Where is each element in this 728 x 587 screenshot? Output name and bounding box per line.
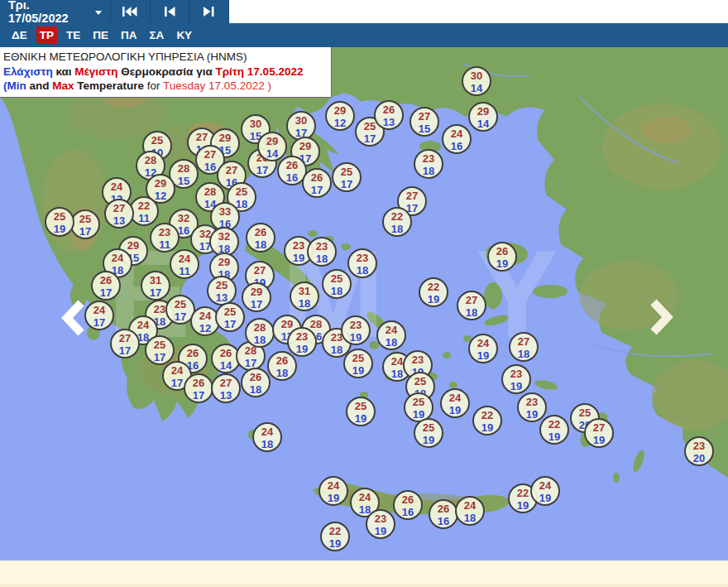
day-tab-ΤΕ[interactable]: ΤΕ	[63, 26, 84, 44]
temp-badge: 2517	[70, 209, 100, 239]
topbar-spacer	[229, 0, 728, 23]
temp-badge: 2419	[318, 476, 348, 506]
temp-badge: 2618	[246, 223, 275, 253]
temp-badge: 2219	[472, 406, 502, 435]
temp-badge: 2713	[104, 199, 134, 229]
weather-map: ΕΜΥ 251028122714291530152716281527162617…	[0, 47, 728, 561]
temp-badge: 2411	[170, 249, 199, 279]
temp-badge: 2617	[91, 271, 121, 301]
temp-badge: 2912	[325, 101, 355, 131]
temp-badge: 2319	[341, 315, 371, 345]
date-toolbar: Τρι. 17/05/2022	[0, 0, 229, 23]
temp-badge: 2718	[509, 332, 539, 362]
temp-badge: 2818	[245, 318, 275, 348]
temp-badge: 2519	[45, 207, 74, 237]
temp-badge: 2416	[442, 124, 472, 154]
temp-badge: 2320	[684, 436, 714, 466]
title-english: (Min and Max Temperature for Tuesday 17.…	[3, 79, 326, 94]
title-greek: Ελάχιστη και Μέγιστη Θερμοκρασία για Τρί…	[3, 65, 326, 79]
stations-layer: 2510281227142915301527162815271626172412…	[0, 47, 728, 561]
step-back-icon	[165, 7, 175, 17]
temp-badge: 2718	[457, 291, 486, 320]
temp-badge: 2715	[410, 107, 439, 137]
temp-badge: 2219	[320, 522, 350, 551]
temp-badge: 2319	[366, 509, 395, 539]
temp-badge: 2218	[382, 207, 412, 237]
temp-badge: 2517	[145, 335, 175, 365]
temp-badge: 2319	[501, 364, 531, 394]
temp-badge: 2618	[267, 351, 297, 381]
temp-badge: 2519	[346, 397, 376, 426]
temp-badge: 2713	[211, 373, 241, 403]
temp-badge: 2717	[110, 329, 140, 358]
temp-badge: 2616	[429, 499, 458, 529]
date-label: Τρι. 17/05/2022	[8, 0, 90, 25]
temp-badge: 2311	[150, 223, 180, 253]
day-tab-ΣΑ[interactable]: ΣΑ	[146, 26, 168, 44]
day-tab-ΠΕ[interactable]: ΠΕ	[89, 26, 112, 44]
temp-badge: 2419	[440, 388, 470, 418]
temp-badge: 2318	[307, 237, 337, 267]
temp-badge: 2219	[539, 415, 569, 445]
temp-badge: 2517	[332, 162, 362, 192]
temp-badge: 2319	[287, 327, 317, 357]
day-tab-ΤΡ[interactable]: ΤΡ	[36, 26, 57, 44]
temp-badge: 2518	[322, 269, 352, 299]
temp-badge: 2419	[530, 476, 560, 506]
day-tabs-bar: ΔΕΤΡΤΕΠΕΠΑΣΑΚΥ	[0, 23, 728, 47]
prev-arrow-button[interactable]	[61, 299, 86, 337]
temp-badge: 2418	[455, 496, 485, 526]
temp-badge: 2519	[414, 418, 443, 448]
temp-badge: 2914	[257, 132, 287, 161]
temp-badge: 2418	[376, 320, 406, 350]
temp-badge: 2619	[487, 242, 517, 272]
date-selector[interactable]: Τρι. 17/05/2022	[0, 0, 111, 23]
temp-badge: 2613	[374, 100, 404, 130]
temp-badge: 2318	[347, 248, 377, 278]
temp-badge: 2618	[241, 368, 271, 397]
day-tab-ΠΑ[interactable]: ΠΑ	[117, 26, 141, 44]
chevron-down-icon	[95, 11, 102, 15]
step-forward-icon	[204, 7, 214, 17]
temp-badge: 2519	[343, 349, 373, 378]
temp-badge: 2719	[584, 418, 614, 448]
temp-badge: 2419	[468, 334, 498, 363]
temp-badge: 2418	[252, 422, 282, 452]
temp-badge: 3014	[462, 66, 491, 96]
temp-badge: 2517	[215, 302, 245, 332]
temp-badge: 2616	[393, 490, 423, 520]
day-tab-ΔΕ[interactable]: ΔΕ	[8, 26, 31, 44]
agency-title: ΕΘΝΙΚΗ ΜΕΤΕΩΡΟΛΟΓΙΚΗ ΥΠΗΡΕΣΙΑ (HNMS)	[3, 50, 326, 65]
skip-first-icon	[122, 7, 137, 17]
skip-first-button[interactable]	[111, 0, 151, 23]
temp-badge: 2219	[419, 277, 448, 307]
temp-badge: 3117	[141, 271, 170, 301]
temp-badge: 3118	[290, 281, 319, 311]
temp-badge: 2917	[242, 282, 271, 312]
temp-badge: 2617	[184, 373, 213, 403]
next-arrow-button[interactable]	[649, 298, 673, 336]
step-back-button[interactable]	[151, 0, 190, 23]
map-title-box: ΕΘΝΙΚΗ ΜΕΤΕΩΡΟΛΟΓΙΚΗ ΥΠΗΡΕΣΙΑ (HNMS) Ελά…	[0, 47, 332, 98]
temp-badge: 2617	[302, 168, 332, 198]
temp-badge: 2513	[207, 276, 237, 306]
day-tab-ΚΥ[interactable]: ΚΥ	[173, 26, 195, 44]
footer-bar	[0, 561, 728, 587]
temp-badge: 2417	[84, 301, 114, 330]
temp-badge: 2914	[468, 102, 498, 132]
temp-badge: 2318	[414, 149, 443, 179]
step-forward-button[interactable]	[189, 0, 229, 23]
